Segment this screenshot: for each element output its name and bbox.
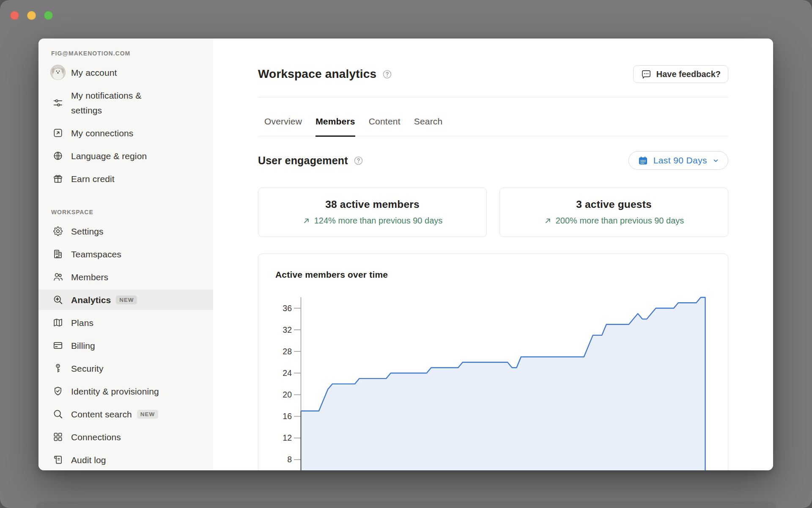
search-sparkle-icon: [50, 292, 66, 307]
account-email-label: FIG@MAKENOTION.COM: [51, 50, 213, 57]
help-icon[interactable]: [354, 156, 363, 166]
sidebar-item-security[interactable]: Security: [38, 359, 213, 378]
analytics-content: Workspace analytics Have feedback? Overv…: [213, 39, 773, 470]
feedback-button-label: Have feedback?: [656, 69, 721, 79]
stat-value: 38 active members: [325, 199, 420, 210]
sidebar-item-label: Analytics: [71, 290, 111, 309]
sidebar-item-connections[interactable]: Connections: [38, 428, 213, 446]
sidebar-item-members[interactable]: Members: [38, 268, 213, 286]
sidebar-item-my-notifications-settings[interactable]: My notifications & settings: [38, 86, 213, 119]
gift-icon: [50, 171, 66, 186]
workspace-section-label: WORKSPACE: [51, 209, 213, 215]
stat-value: 3 active guests: [576, 199, 652, 210]
sidebar-item-language-region[interactable]: Language & region: [38, 146, 213, 165]
grid-icon: [50, 429, 66, 444]
sidebar-item-plans[interactable]: Plans: [38, 313, 213, 332]
sidebar-item-label: Billing: [71, 336, 95, 355]
window-controls: [10, 11, 53, 20]
analytics-tabs: OverviewMembersContentSearch: [258, 116, 728, 136]
sidebar-item-label: Identity & provisioning: [71, 382, 159, 400]
settings-dialog: FIG@MAKENOTION.COM My accountMy notifica…: [38, 39, 773, 470]
app-window: FIG@MAKENOTION.COM My accountMy notifica…: [0, 0, 812, 508]
svg-text:12: 12: [283, 433, 292, 442]
svg-text:36: 36: [283, 304, 292, 313]
building-icon: [50, 246, 66, 262]
feedback-bubble-icon: [641, 69, 652, 80]
svg-text:20: 20: [283, 390, 292, 399]
page-header: Workspace analytics Have feedback?: [258, 65, 728, 83]
sidebar-item-settings[interactable]: Settings: [38, 222, 213, 240]
sidebar-item-label: Connections: [71, 428, 121, 446]
settings-sidebar: FIG@MAKENOTION.COM My accountMy notifica…: [38, 39, 213, 470]
sidebar-item-audit-log[interactable]: Audit log: [38, 450, 213, 469]
stat-card-3-active-guests: 3 active guests200% more than previous 9…: [499, 188, 728, 237]
calendar-icon: [638, 155, 648, 166]
engagement-header: User engagement Last 90 Days: [258, 151, 728, 170]
svg-text:16: 16: [283, 411, 292, 421]
new-badge: NEW: [116, 295, 137, 304]
svg-text:24: 24: [283, 368, 292, 378]
sidebar-item-my-connections[interactable]: My connections: [38, 124, 213, 142]
avatar: [50, 65, 66, 80]
stat-delta-label: 124% more than previous 90 days: [314, 216, 443, 226]
svg-text:28: 28: [283, 347, 292, 356]
svg-text:32: 32: [283, 325, 292, 334]
workspace-section: SettingsTeamspacesMembersAnalyticsNEWPla…: [38, 222, 213, 469]
arrow-up-right-icon: [544, 217, 552, 225]
tab-members[interactable]: Members: [315, 116, 355, 137]
sidebar-item-analytics[interactable]: AnalyticsNEW: [38, 290, 213, 310]
have-feedback-button[interactable]: Have feedback?: [633, 65, 728, 83]
gear-icon: [50, 224, 66, 239]
stat-delta-label: 200% more than previous 90 days: [556, 216, 684, 226]
new-badge: NEW: [137, 410, 158, 419]
globe-icon: [50, 148, 66, 163]
sidebar-item-label: Content search: [71, 405, 132, 423]
arrow-square-icon: [50, 125, 66, 141]
sidebar-item-label: My account: [71, 63, 117, 82]
stats-row: 38 active members124% more than previous…: [258, 188, 728, 237]
date-range-label: Last 90 Days: [653, 155, 707, 166]
shield-check-icon: [50, 384, 66, 399]
page-title: Workspace analytics: [258, 67, 376, 81]
arrow-up-right-icon: [302, 217, 310, 225]
sidebar-item-label: Earn credit: [71, 169, 115, 188]
chevron-down-icon: [713, 157, 719, 164]
minimize-window-button[interactable]: [27, 11, 36, 20]
sidebar-item-label: Teamspaces: [71, 245, 121, 263]
sidebar-item-label: Audit log: [71, 450, 106, 469]
map-icon: [50, 315, 66, 330]
background-window-edge: [36, 502, 776, 508]
sidebar-item-my-account[interactable]: My account: [38, 63, 213, 82]
people-icon: [50, 269, 66, 284]
sidebar-item-earn-credit[interactable]: Earn credit: [38, 169, 213, 188]
chart-card: Active members over time 363228242016128: [258, 254, 728, 470]
sidebar-item-billing[interactable]: Billing: [38, 336, 213, 355]
tab-content[interactable]: Content: [369, 116, 401, 137]
scroll-icon: [50, 452, 66, 467]
section-title: User engagement: [258, 155, 348, 167]
sidebar-item-label: Language & region: [71, 146, 147, 165]
header-divider: [258, 97, 728, 97]
stat-card-38-active-members: 38 active members124% more than previous…: [258, 188, 487, 237]
sidebar-item-identity-provisioning[interactable]: Identity & provisioning: [38, 382, 213, 400]
credit-card-icon: [50, 338, 66, 353]
sidebar-item-label: My notifications & settings: [71, 86, 169, 119]
tab-search[interactable]: Search: [414, 116, 443, 137]
sidebar-item-content-search[interactable]: Content searchNEW: [38, 405, 213, 423]
tab-overview[interactable]: Overview: [264, 116, 302, 137]
sidebar-item-label: Members: [71, 268, 108, 286]
sidebar-item-label: Security: [71, 359, 104, 378]
date-range-button[interactable]: Last 90 Days: [628, 151, 728, 170]
key-icon: [50, 361, 66, 376]
account-section: My accountMy notifications & settingsMy …: [38, 63, 213, 188]
sliders-icon: [50, 95, 66, 110]
sidebar-item-label: Settings: [71, 222, 104, 240]
zoom-window-button[interactable]: [44, 11, 53, 20]
help-icon[interactable]: [382, 69, 392, 79]
search-icon: [50, 406, 66, 422]
sidebar-item-teamspaces[interactable]: Teamspaces: [38, 245, 213, 263]
close-window-button[interactable]: [10, 11, 19, 20]
sidebar-item-label: Plans: [71, 313, 93, 332]
sidebar-item-label: My connections: [71, 124, 133, 142]
svg-text:8: 8: [287, 455, 292, 464]
